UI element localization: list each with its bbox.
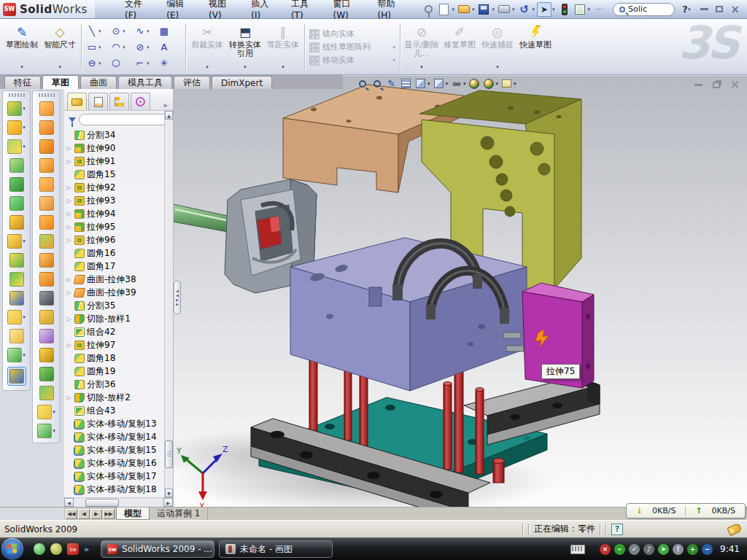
sketch-entity-7[interactable]: ⊘▾	[133, 39, 158, 55]
tree-hscrollbar[interactable]: ◀ ▶	[64, 497, 173, 507]
sketch-entity-1[interactable]: ▭▾	[85, 39, 109, 55]
scroll-left-icon[interactable]: ◀	[64, 498, 74, 507]
save-icon-dropdown[interactable]: ▾	[492, 7, 495, 12]
dropdown-icon[interactable]: ▾	[98, 44, 101, 50]
sketch-entity-5[interactable]: ⬡	[109, 55, 133, 71]
core-icon[interactable]	[39, 367, 54, 381]
split-icon[interactable]	[9, 272, 24, 287]
hide-show-items-icon-dropdown[interactable]: ▾	[463, 81, 466, 87]
doc-nav-0[interactable]: ◀◀	[66, 509, 77, 519]
doc-minimize-button[interactable]	[694, 84, 703, 86]
sketch-entity-9[interactable]: ▩	[158, 23, 182, 39]
tree-item-9[interactable]: 圆角16	[66, 246, 173, 260]
select-icon-dropdown[interactable]: ▾	[552, 7, 555, 12]
parting-surface-icon[interactable]	[39, 348, 54, 362]
start-button[interactable]	[1, 538, 23, 560]
open-icon-dropdown[interactable]: ▾	[472, 7, 475, 12]
cmd-button-转换实体引用[interactable]: ⬒转换实体引用▾	[226, 21, 264, 73]
tree-item-27[interactable]: 实体-移动/复制18	[66, 483, 173, 496]
tree-item-21[interactable]: 组合43	[66, 404, 173, 417]
tab-曲面[interactable]: 曲面	[80, 76, 117, 89]
tree-item-6[interactable]: ▷拉伸94	[66, 207, 173, 220]
tab-评估[interactable]: 评估	[174, 76, 210, 89]
sketch-entity-8[interactable]: ⌐▾	[133, 55, 158, 71]
view-settings-icon-dropdown[interactable]: ▾	[514, 81, 516, 87]
point-icon[interactable]: ▾	[37, 405, 55, 419]
sketch-entity-0[interactable]: ╲▾	[85, 23, 109, 39]
menu-item-6[interactable]: 帮助(H)	[368, 0, 411, 18]
zoom-area-icon[interactable]	[371, 77, 383, 90]
dropdown-icon[interactable]: ▾	[23, 352, 26, 358]
bent-surface-icon[interactable]	[39, 272, 54, 287]
restore-button[interactable]	[716, 6, 723, 12]
options-icon-dropdown[interactable]: ▾	[588, 7, 591, 12]
dropdown-icon[interactable]: ▾	[123, 44, 125, 50]
tab-特征[interactable]: 特征	[4, 76, 41, 89]
hide-show-items-icon[interactable]: oo	[450, 77, 462, 90]
cmd-button-草图绘制[interactable]: ✎草图绘制▾	[3, 21, 41, 73]
sketch-entity-4[interactable]: ◠▾	[109, 39, 133, 55]
doc-nav-1[interactable]: ◀	[78, 509, 90, 519]
taskbar-button[interactable]: 未命名 - 画图	[219, 540, 333, 558]
dropdown-icon[interactable]: ▾	[53, 428, 55, 434]
doc-nav-2[interactable]: ▶	[90, 509, 102, 519]
display-style-icon-dropdown[interactable]: ▾	[446, 81, 449, 87]
scroll-up-icon[interactable]: ▲	[165, 111, 173, 120]
fillet-icon[interactable]: ▾	[7, 139, 26, 154]
helix-icon[interactable]: ▾	[37, 424, 55, 438]
sketch-entity-2[interactable]: ⊖▾	[85, 55, 109, 71]
expander-icon[interactable]: ▷	[66, 316, 72, 322]
previous-view-icon[interactable]: ✎	[385, 77, 398, 90]
view-settings-icon[interactable]	[500, 77, 513, 90]
pin-icon[interactable]	[421, 2, 436, 17]
dropdown-icon[interactable]: ▾	[23, 144, 26, 149]
expander-icon[interactable]: ▷	[66, 289, 72, 296]
sketch-entity-6[interactable]: ∿▾	[133, 23, 158, 39]
expander-icon[interactable]: ▷	[66, 211, 72, 217]
sync-icon[interactable]: ➤	[658, 544, 669, 555]
extended-surface-icon[interactable]	[39, 120, 54, 135]
messenger-icon[interactable]	[34, 543, 45, 555]
panel-splitter[interactable]: ◀◀▶▶	[174, 281, 181, 314]
section-view-icon[interactable]	[400, 77, 412, 90]
network-warning-icon[interactable]: !	[673, 544, 684, 555]
propertymanager-tab[interactable]	[88, 93, 108, 110]
open-icon[interactable]	[457, 2, 471, 17]
tree-item-24[interactable]: 实体-移动/复制15	[66, 443, 173, 456]
menu-item-4[interactable]: 工具(T)	[282, 0, 324, 18]
revolved-surface-icon[interactable]	[39, 101, 54, 116]
dropdown-icon[interactable]: ▾	[23, 314, 26, 320]
toolbar-grip[interactable]	[39, 93, 55, 97]
tree-item-18[interactable]: 圆角19	[66, 365, 173, 378]
tag-icon[interactable]	[727, 522, 742, 535]
lofted-boss-icon[interactable]	[9, 177, 24, 192]
save-icon[interactable]	[476, 2, 491, 17]
motion-study-tab[interactable]: 运动算例 1	[150, 508, 208, 520]
dropdown-icon[interactable]: ▾	[147, 61, 150, 66]
tree-item-14[interactable]: ▷切除-放样1	[66, 312, 173, 325]
cavity-icon[interactable]	[39, 386, 54, 400]
tree-item-25[interactable]: 实体-移动/复制16	[66, 456, 173, 470]
tree-item-8[interactable]: ▷拉伸96	[66, 233, 173, 246]
dropdown-icon[interactable]: ▾	[98, 28, 101, 34]
tree-item-16[interactable]: ▷拉伸97	[66, 338, 173, 351]
swept-boss-icon[interactable]	[9, 158, 24, 173]
quick-tips-button[interactable]: ?	[611, 524, 623, 535]
expander-icon[interactable]: ▷	[66, 276, 72, 283]
edit-appearance-icon[interactable]	[468, 77, 481, 90]
close-button[interactable]: ×	[730, 6, 740, 13]
tree-item-20[interactable]: ▷切除-放样2	[66, 391, 173, 404]
parting-line-icon[interactable]	[39, 310, 54, 324]
tree-item-15[interactable]: 组合42	[66, 325, 173, 338]
shield-power-icon[interactable]: ⌁	[614, 544, 625, 555]
tree-item-26[interactable]: 实体-移动/复制17	[66, 470, 173, 483]
dropdown-icon[interactable]: ▾	[23, 106, 26, 112]
combine-icon[interactable]	[9, 253, 24, 268]
extruded-cut-icon[interactable]: ▾	[7, 120, 26, 135]
delete-hole-icon[interactable]	[39, 291, 54, 306]
expander-icon[interactable]: ▷	[66, 184, 72, 191]
display-style-icon[interactable]	[433, 77, 445, 90]
deform-icon[interactable]	[39, 196, 54, 211]
tree-item-1[interactable]: ▷拉伸90	[66, 141, 173, 155]
hole-wizard-icon[interactable]	[9, 215, 24, 230]
